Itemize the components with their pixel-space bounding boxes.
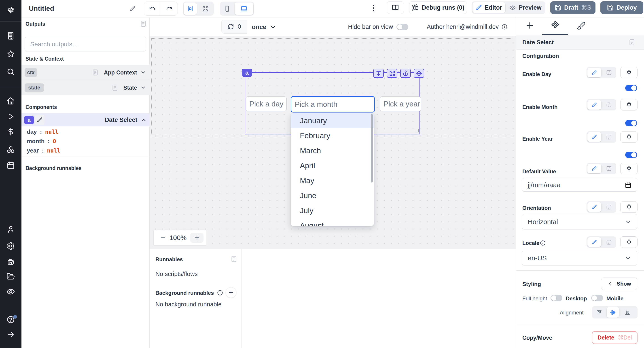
output-day-row[interactable]: day:null [27, 128, 58, 135]
fx-expression-icon[interactable]: f [601, 166, 616, 172]
variables-dollar-icon[interactable] [6, 128, 15, 136]
preview-tab[interactable]: Preview [505, 4, 546, 11]
static-edit-pencil-icon[interactable] [588, 237, 601, 247]
component-doc-icon[interactable] [628, 39, 636, 46]
month-select-input[interactable]: Pick a month [291, 96, 375, 112]
resize-handle[interactable] [416, 129, 418, 132]
static-edit-pencil-icon[interactable] [588, 68, 601, 78]
delete-component-button[interactable]: Delete ⌘Del [592, 331, 638, 344]
enable-month-toggle[interactable] [625, 120, 637, 126]
move-handle-icon[interactable] [414, 69, 424, 78]
enable-day-connect-plug-button[interactable] [620, 67, 638, 78]
search-icon[interactable] [6, 68, 15, 76]
canvas-component-badge[interactable]: a [242, 69, 252, 77]
ctx-doc-icon[interactable] [92, 69, 99, 76]
enable-day-toggle[interactable] [625, 85, 637, 91]
global-styling-brush-tab[interactable] [577, 21, 586, 30]
zoom-in-plus-button[interactable] [190, 233, 204, 243]
month-option[interactable]: March [291, 143, 374, 158]
resources-boxes-icon[interactable] [6, 145, 15, 154]
deploy-button[interactable]: Deploy [600, 1, 643, 14]
redo-button[interactable] [161, 2, 178, 16]
expand-handle-icon[interactable] [387, 69, 397, 78]
user-icon[interactable] [6, 225, 15, 234]
component-chevron-up-icon[interactable] [141, 117, 147, 123]
locale-connect-plug-button[interactable] [620, 236, 638, 248]
dropdown-scrollbar[interactable] [371, 114, 373, 182]
month-option[interactable]: June [291, 188, 374, 203]
default-value-date-input[interactable]: jj/mm/aaaa [522, 178, 637, 192]
preview-eye-icon[interactable] [6, 287, 15, 296]
fx-expression-icon[interactable]: f [601, 239, 616, 245]
ctx-chevron-down-icon[interactable] [140, 70, 146, 75]
hide-bar-toggle[interactable] [396, 24, 408, 30]
center-layout-button[interactable] [184, 2, 197, 15]
month-option[interactable]: August [291, 218, 374, 226]
locale-select[interactable]: en-US [522, 251, 637, 266]
author-info-icon[interactable] [501, 24, 508, 30]
orientation-connect-plug-button[interactable] [620, 201, 638, 213]
styling-show-button[interactable]: Show [601, 278, 637, 290]
outputs-doc-icon[interactable] [140, 20, 147, 27]
full-height-toggle[interactable] [550, 295, 562, 301]
day-select-input[interactable]: Pick a day [246, 96, 287, 112]
month-option[interactable]: April [291, 158, 374, 173]
fill-height-handle-icon[interactable] [373, 69, 384, 78]
static-edit-pencil-icon[interactable] [588, 164, 601, 173]
editor-tab[interactable]: Editor [472, 2, 505, 13]
month-option[interactable]: July [291, 203, 374, 218]
search-outputs-input[interactable] [24, 37, 146, 52]
fx-expression-icon[interactable]: f [601, 102, 616, 108]
run-mode-label[interactable]: once [252, 24, 266, 31]
add-background-runnable-button[interactable] [226, 287, 236, 298]
align-center-button[interactable] [607, 307, 619, 318]
enable-year-toggle[interactable] [625, 152, 637, 158]
align-top-button[interactable] [592, 309, 607, 316]
state-chevron-down-icon[interactable] [140, 85, 146, 90]
month-option[interactable]: January [291, 113, 374, 128]
enable-year-connect-plug-button[interactable] [620, 131, 638, 143]
year-select-input[interactable]: Pick a year [380, 96, 421, 112]
settings-gear-icon[interactable] [6, 242, 15, 250]
static-edit-pencil-icon[interactable] [588, 132, 601, 142]
runs-play-icon[interactable] [7, 112, 15, 120]
component-tree-row[interactable]: a Date Select [22, 114, 150, 126]
fx-expression-icon[interactable]: f [601, 70, 616, 76]
docs-book-button[interactable] [387, 1, 404, 14]
output-year-row[interactable]: year:null [27, 147, 60, 154]
draft-save-button[interactable]: Draft ⌘S [550, 1, 596, 14]
component-settings-tab[interactable] [550, 20, 560, 30]
refresh-count-button[interactable]: 0 [222, 20, 247, 34]
favorites-star-icon[interactable] [6, 50, 15, 58]
home-icon[interactable] [6, 96, 15, 105]
run-mode-chevron-icon[interactable] [270, 24, 276, 30]
runnables-doc-icon[interactable] [230, 256, 238, 262]
rename-pencil-icon[interactable] [130, 6, 136, 12]
schedules-calendar-icon[interactable] [6, 161, 15, 170]
desktop-toggle[interactable] [591, 295, 603, 301]
workers-robot-icon[interactable] [6, 258, 15, 266]
default-value-connect-plug-button[interactable] [620, 163, 638, 174]
align-bottom-button[interactable] [619, 309, 636, 316]
app-canvas[interactable]: a Pick a day Pick a month Pick a year Ja… [150, 36, 516, 249]
mobile-view-button[interactable] [220, 5, 234, 12]
fx-expression-icon[interactable]: f [601, 134, 616, 140]
anchor-handle-icon[interactable] [400, 69, 411, 78]
folders-icon[interactable] [6, 272, 15, 281]
more-options-kebab-icon[interactable] [373, 5, 374, 12]
state-doc-icon[interactable] [111, 84, 118, 91]
zoom-out-minus-icon[interactable] [160, 235, 166, 240]
month-option[interactable]: February [291, 128, 374, 143]
windmill-logo-icon[interactable] [5, 4, 16, 16]
date-picker-calendar-icon[interactable] [625, 182, 632, 188]
expand-layout-button[interactable] [197, 5, 214, 12]
debug-runs-button[interactable]: Debug runs (0) [409, 1, 467, 14]
workspace-building-icon[interactable] [6, 32, 15, 40]
component-rename-pencil-icon[interactable] [35, 115, 44, 125]
desktop-view-button[interactable] [234, 2, 253, 15]
fx-expression-icon[interactable]: f [601, 204, 616, 210]
state-row[interactable]: state State [22, 80, 150, 95]
output-month-row[interactable]: month:0 [27, 138, 56, 145]
background-runnables-info-icon[interactable] [217, 290, 223, 296]
enable-month-connect-plug-button[interactable] [620, 99, 638, 110]
